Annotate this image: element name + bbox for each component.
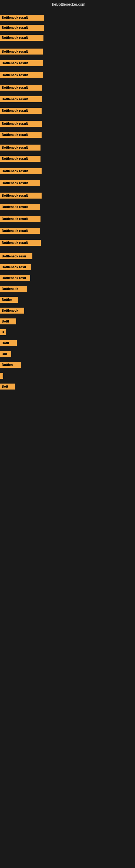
bottleneck-bar-32: |	[0, 373, 3, 379]
bottleneck-bar-23: Bottleneck resu	[0, 275, 30, 281]
bottleneck-bar-31: Bottlen	[0, 362, 21, 368]
bottleneck-bar-13: Bottleneck result	[0, 156, 41, 162]
bottleneck-bar-28: B	[0, 329, 6, 335]
bottleneck-bar-15: Bottleneck result	[0, 180, 40, 186]
bottleneck-bar-22: Bottleneck resu	[0, 264, 31, 270]
bottleneck-bar-9: Bottleneck result	[0, 108, 42, 114]
bottleneck-bar-5: Bottleneck result	[0, 60, 43, 66]
bottleneck-bar-12: Bottleneck result	[0, 145, 41, 151]
bottleneck-bar-21: Bottleneck resu	[0, 253, 32, 259]
bottleneck-bar-14: Bottleneck result	[0, 168, 42, 174]
bottleneck-bar-29: Bottl	[0, 340, 17, 346]
bottleneck-bar-8: Bottleneck result	[0, 96, 42, 102]
bottleneck-bar-17: Bottleneck result	[0, 204, 40, 210]
bottleneck-bar-25: Bottler	[0, 297, 18, 303]
site-title: TheBottlenecker.com	[0, 0, 135, 9]
bottleneck-bar-4: Bottleneck result	[0, 49, 43, 55]
bottleneck-bar-3: Bottleneck result	[0, 35, 43, 41]
bottleneck-bar-18: Bottleneck result	[0, 216, 41, 222]
bottleneck-bar-26: Bottleneck	[0, 308, 24, 314]
bottleneck-bar-27: Bottl	[0, 318, 16, 324]
bottleneck-bar-24: Bottleneck	[0, 286, 27, 292]
bottleneck-bar-16: Bottleneck result	[0, 193, 42, 198]
bottleneck-bar-6: Bottleneck result	[0, 72, 43, 78]
bottleneck-bar-1: Bottleneck result	[0, 14, 44, 21]
bottleneck-bar-30: Bot	[0, 351, 11, 357]
bottleneck-bar-33: Bott	[0, 383, 15, 390]
bottleneck-bar-10: Bottleneck result	[0, 121, 42, 127]
bottleneck-bar-2: Bottleneck result	[0, 25, 44, 31]
bottleneck-bar-19: Bottleneck result	[0, 228, 40, 234]
bottleneck-bar-11: Bottleneck result	[0, 132, 42, 138]
bottleneck-bar-7: Bottleneck result	[0, 85, 42, 91]
bottleneck-bar-20: Bottleneck result	[0, 240, 41, 246]
